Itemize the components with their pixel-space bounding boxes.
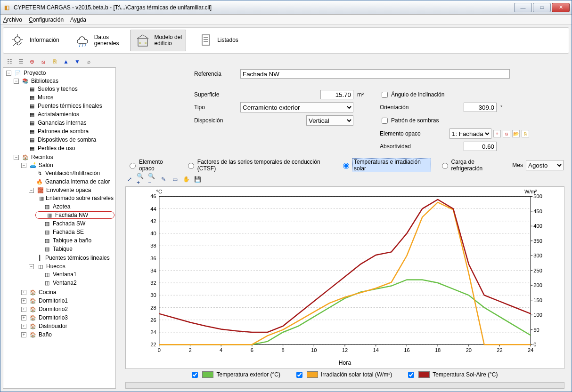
add-icon[interactable]: ⊕ bbox=[28, 57, 36, 66]
tipo-select[interactable]: Cerramiento exterior bbox=[240, 102, 353, 112]
measure-icon[interactable]: ✎ bbox=[159, 175, 168, 184]
tab-modelo[interactable]: Modelo del edificio bbox=[130, 30, 186, 51]
tree-item[interactable]: ↯Ventilación/Infiltración bbox=[28, 169, 114, 177]
zoom-window-icon[interactable]: ▭ bbox=[171, 175, 179, 184]
export-icon[interactable]: 💾 bbox=[193, 175, 202, 184]
mes-select[interactable]: Agosto bbox=[526, 160, 564, 170]
elop-del-icon[interactable]: ⧅ bbox=[503, 130, 510, 137]
horizontal-scrollbar[interactable] bbox=[125, 382, 564, 389]
maximize-button[interactable]: ▭ bbox=[533, 3, 551, 12]
elop-copy-icon[interactable]: ⎘ bbox=[522, 130, 529, 137]
radio-ctsf[interactable]: Factores de las series temporales de con… bbox=[186, 159, 332, 172]
tree-item[interactable]: +🏠Cocina bbox=[20, 288, 114, 296]
abs-input[interactable] bbox=[464, 142, 497, 151]
radio-elemento[interactable]: Elemento opaco bbox=[127, 159, 177, 172]
copy-icon[interactable]: ⎘ bbox=[50, 57, 59, 66]
legend-cb-2[interactable] bbox=[296, 372, 302, 378]
angulo-checkbox[interactable] bbox=[382, 92, 388, 98]
svg-text:20: 20 bbox=[466, 347, 472, 353]
tree-item[interactable]: ▥Entarimado sobre rastreles bbox=[35, 194, 114, 202]
close-button[interactable]: ✕ bbox=[552, 3, 570, 12]
tree-item[interactable]: ▥Fachada SE bbox=[35, 228, 114, 236]
tool-icon-2[interactable]: ☰ bbox=[16, 57, 25, 66]
tree-item[interactable]: ▥Fachada SW bbox=[35, 220, 114, 227]
svg-text:50: 50 bbox=[533, 327, 539, 333]
tree-item[interactable]: ◫Ventana1 bbox=[35, 271, 114, 278]
svg-text:150: 150 bbox=[533, 297, 542, 303]
mes-label: Mes bbox=[512, 162, 523, 168]
legend-swatch-3 bbox=[418, 371, 430, 378]
tree-salon[interactable]: Salón bbox=[39, 162, 53, 168]
tab-listados[interactable]: Listados bbox=[194, 30, 242, 51]
patron-checkbox[interactable] bbox=[382, 118, 388, 124]
project-tree[interactable]: −📄Proyecto −📚Bibliotecas ▦Suelos y techo… bbox=[3, 67, 116, 389]
abs-label: Absortividad bbox=[380, 143, 446, 150]
zoom-fit-icon[interactable]: ⤢ bbox=[125, 175, 134, 184]
elop-select[interactable]: 1: Fachada bbox=[449, 128, 491, 139]
disp-select[interactable]: Vertical bbox=[306, 115, 353, 126]
svg-text:2: 2 bbox=[188, 347, 191, 353]
tool-icon-1[interactable]: ☷ bbox=[5, 57, 14, 66]
tree-root[interactable]: Proyecto bbox=[24, 70, 46, 76]
svg-text:350: 350 bbox=[533, 238, 542, 244]
orient-input[interactable] bbox=[464, 103, 497, 112]
ref-input[interactable] bbox=[240, 69, 510, 79]
tree-item[interactable]: ▦Dispositivos de sombra bbox=[20, 136, 114, 144]
tree-item[interactable]: +🏠Baño bbox=[20, 331, 114, 338]
elop-open-icon[interactable]: 📂 bbox=[512, 130, 520, 137]
tree-recintos[interactable]: Recintos bbox=[31, 154, 53, 160]
tree-envolvente[interactable]: Envolvente opaca bbox=[46, 187, 91, 193]
tree-item[interactable]: +🏠Dormitorio3 bbox=[20, 314, 114, 321]
tree-item[interactable]: ▦Patrones de sombra bbox=[20, 128, 114, 135]
tree-item[interactable]: ▦Ganancias internas bbox=[20, 119, 114, 127]
svg-rect-11 bbox=[202, 35, 210, 45]
tree-item[interactable]: ▦Perfiles de uso bbox=[20, 144, 114, 152]
svg-text:Hora: Hora bbox=[339, 360, 351, 366]
tree-item[interactable]: ▦Puentes térmicos lineales bbox=[20, 102, 114, 110]
tree-huecos[interactable]: Huecos bbox=[46, 263, 65, 270]
sup-input[interactable] bbox=[320, 90, 353, 99]
tree-ptl[interactable]: Puentes térmicos lineales bbox=[45, 255, 110, 261]
svg-rect-9 bbox=[139, 42, 141, 44]
sup-label: Superficie bbox=[194, 91, 237, 98]
svg-text:44: 44 bbox=[150, 206, 156, 212]
search-icon[interactable]: ⌕ bbox=[84, 57, 93, 66]
tree-item[interactable]: ▦Acristalamientos bbox=[20, 111, 114, 118]
tree-item[interactable]: ▦Muros bbox=[20, 94, 114, 101]
delete-icon[interactable]: ⧅ bbox=[39, 57, 48, 66]
tree-item[interactable]: +🏠Distribuidor bbox=[20, 322, 114, 330]
radio-carga[interactable]: Carga de refrigeración bbox=[440, 159, 504, 172]
tree-item[interactable]: ▥Fachada NW bbox=[35, 211, 114, 219]
zoom-in-icon[interactable]: 🔍+ bbox=[137, 175, 145, 184]
tree-item[interactable]: ▥Tabique bbox=[35, 245, 114, 253]
tree-item[interactable]: ▥Azotea bbox=[35, 203, 114, 210]
menu-archivo[interactable]: Archivo bbox=[3, 16, 22, 23]
menu-configuracion[interactable]: Configuración bbox=[29, 16, 64, 23]
tree-item[interactable]: +🏠Dormitorio1 bbox=[20, 297, 114, 304]
svg-point-0 bbox=[15, 37, 20, 42]
legend-cb-3[interactable] bbox=[408, 372, 414, 378]
menu-ayuda[interactable]: Ayuda bbox=[70, 16, 86, 23]
elop-label: Elemento opaco bbox=[380, 130, 446, 137]
down-arrow-icon[interactable]: ▼ bbox=[73, 57, 82, 66]
tab-datos[interactable]: Datos generales bbox=[71, 30, 123, 51]
ref-label: Referencia bbox=[194, 71, 237, 77]
svg-text:0: 0 bbox=[533, 342, 536, 347]
tab-informacion[interactable]: Información bbox=[6, 30, 63, 51]
tree-item[interactable]: ◫Ventana2 bbox=[35, 279, 114, 287]
legend-cb-1[interactable] bbox=[192, 372, 198, 378]
svg-text:28: 28 bbox=[150, 305, 156, 311]
up-arrow-icon[interactable]: ▲ bbox=[62, 57, 70, 66]
radio-temperaturas[interactable]: Temperaturas e irradiación solar bbox=[341, 158, 431, 172]
tree-item[interactable]: ▦Suelos y techos bbox=[20, 85, 114, 93]
minimize-button[interactable]: — bbox=[514, 3, 532, 12]
elop-add-icon[interactable]: + bbox=[493, 130, 501, 137]
angulo-label: Ángulo de inclinación bbox=[391, 91, 444, 98]
tree-item[interactable]: ▥Tabique a baño bbox=[35, 237, 114, 244]
orient-label: Orientación bbox=[380, 104, 446, 111]
zoom-out-icon[interactable]: 🔍− bbox=[148, 175, 156, 184]
pan-icon[interactable]: ✋ bbox=[182, 175, 190, 184]
tree-item[interactable]: +🏠Dormitorio2 bbox=[20, 305, 114, 313]
tree-item[interactable]: 🔥Ganancia interna de calor bbox=[28, 178, 114, 185]
tree-bibliotecas[interactable]: Bibliotecas bbox=[31, 78, 58, 84]
